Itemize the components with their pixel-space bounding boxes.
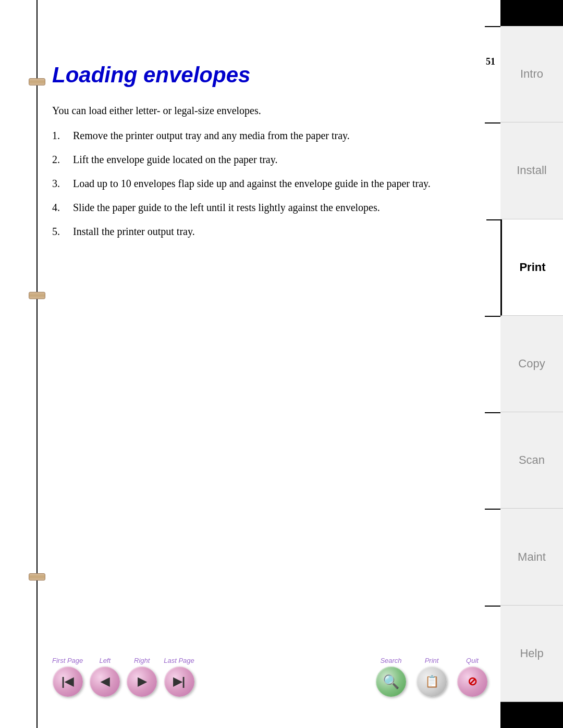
search-button[interactable]: 🔍: [376, 667, 406, 697]
list-item: 1. Remove the printer output tray and an…: [52, 128, 490, 143]
print-button[interactable]: 📋: [417, 667, 447, 697]
last-page-icon: ▶|: [173, 675, 185, 688]
quit-group: Quit ⊘: [457, 657, 487, 697]
quit-icon: ⊘: [468, 675, 477, 688]
binder-clip-bottom: [29, 573, 45, 581]
nav-left-group: First Page |◀ Left ◀ Right ▶ Last Page ▶…: [52, 657, 197, 697]
left-icon: ◀: [101, 675, 109, 688]
first-page-button[interactable]: |◀: [53, 667, 83, 697]
right-group: Right ▶: [127, 657, 157, 697]
sidebar-tab-print[interactable]: Print: [500, 219, 563, 316]
list-item: 4. Slide the paper guide to the left unt…: [52, 200, 490, 215]
sidebar-tab-scan[interactable]: Scan: [500, 412, 563, 509]
right-label: Right: [134, 657, 150, 664]
sidebar-tab-intro[interactable]: Intro: [500, 26, 563, 122]
left-border-line: [36, 0, 38, 728]
last-page-button[interactable]: ▶|: [164, 667, 194, 697]
left-label: Left: [99, 657, 111, 664]
right-icon: ▶: [138, 675, 146, 688]
main-content: Loading envelopes You can load either le…: [52, 63, 490, 624]
sidebar-tab-install[interactable]: Install: [500, 122, 563, 219]
sidebar-tab-maint[interactable]: Maint: [500, 509, 563, 605]
nav-bar: First Page |◀ Left ◀ Right ▶ Last Page ▶…: [52, 657, 490, 697]
left-group: Left ◀: [90, 657, 120, 697]
print-icon: 📋: [425, 675, 439, 688]
quit-button[interactable]: ⊘: [457, 667, 487, 697]
print-label: Print: [425, 657, 439, 664]
sidebar-top-bar: [500, 0, 563, 26]
intro-text: You can load either letter- or legal-siz…: [52, 103, 490, 118]
search-group: Search 🔍: [376, 657, 406, 697]
first-page-icon: |◀: [62, 675, 74, 688]
right-button[interactable]: ▶: [127, 667, 157, 697]
search-label: Search: [380, 657, 401, 664]
list-item: 5. Install the printer output tray.: [52, 224, 490, 239]
nav-right-group: Search 🔍 Print 📋 Quit ⊘: [376, 657, 490, 697]
binder-clip-top: [29, 78, 45, 85]
binder-clip-middle: [29, 292, 45, 299]
sidebar-bottom-bar: [500, 702, 563, 728]
first-page-group: First Page |◀: [52, 657, 83, 697]
quit-label: Quit: [466, 657, 479, 664]
page-title: Loading envelopes: [52, 63, 490, 88]
sidebar-tab-copy[interactable]: Copy: [500, 316, 563, 412]
sidebar: Intro Install Print Copy Scan Maint Help: [500, 0, 563, 728]
left-button[interactable]: ◀: [90, 667, 120, 697]
list-item: 3. Load up to 10 envelopes flap side up …: [52, 176, 490, 191]
last-page-label: Last Page: [164, 657, 194, 664]
first-page-label: First Page: [52, 657, 83, 664]
steps-list: 1. Remove the printer output tray and an…: [52, 128, 490, 239]
list-item: 2. Lift the envelope guide located on th…: [52, 152, 490, 167]
last-page-group: Last Page ▶|: [164, 657, 194, 697]
sidebar-tab-help[interactable]: Help: [500, 606, 563, 702]
print-group: Print 📋: [417, 657, 447, 697]
search-icon: 🔍: [383, 674, 399, 690]
